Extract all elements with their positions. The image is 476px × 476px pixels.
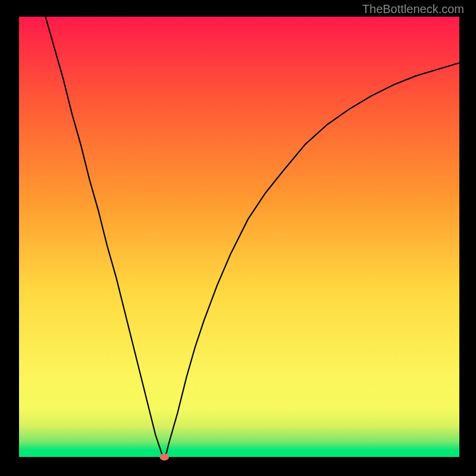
attribution-text: TheBottleneck.com — [362, 2, 464, 16]
bottleneck-chart — [0, 0, 476, 476]
optimal-point-marker — [159, 453, 169, 461]
